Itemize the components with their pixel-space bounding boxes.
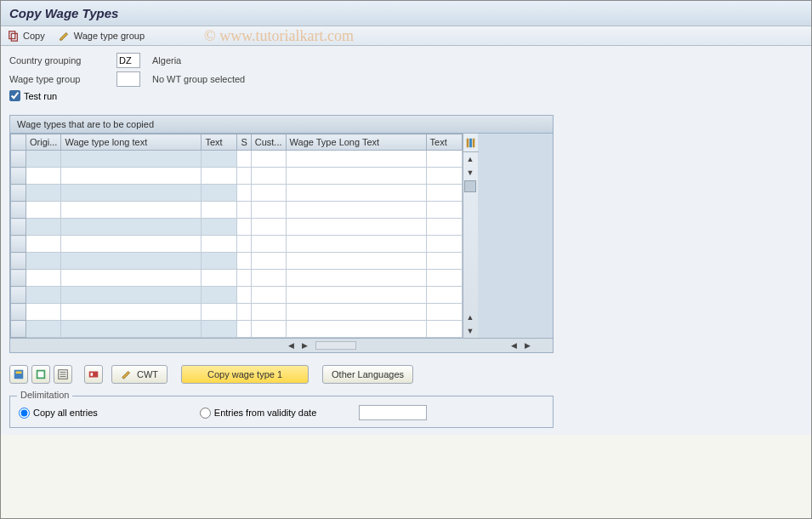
col-cust[interactable]: Cust... [251,134,286,151]
test-run-row: Test run [9,90,803,101]
hscroll-left-1[interactable]: ◀▶ [284,339,315,352]
col-wage-type-long-text[interactable]: Wage type long text [61,134,202,151]
table-row[interactable] [11,168,463,185]
svg-rect-13 [89,372,99,378]
wage-type-group-label-field: Wage type group [9,74,111,84]
svg-rect-3 [469,138,472,147]
content-area: Country grouping Algeria Wage type group… [1,46,811,435]
scroll-track[interactable] [463,193,478,311]
hscroll-track-1[interactable] [315,339,357,352]
pencil-icon [59,30,71,42]
test-run-checkbox[interactable] [9,90,20,101]
entries-from-radio[interactable] [200,408,211,419]
svg-rect-5 [14,370,24,379]
test-run-label: Test run [24,91,57,101]
scroll-thumb[interactable] [464,180,476,192]
action-button-row: CWT Copy wage type 1 Other Languages [9,365,803,384]
scroll-down-button[interactable]: ▼ [463,166,478,180]
copy-label: Copy [23,31,45,41]
cwt-button[interactable]: CWT [111,365,168,384]
copy-all-radio-item[interactable]: Copy all entries [19,408,98,419]
svg-rect-4 [472,138,474,147]
other-languages-button[interactable]: Other Languages [322,365,413,384]
other-languages-label: Other Languages [332,369,404,379]
cwt-label: CWT [137,369,158,379]
table-row[interactable] [11,236,463,253]
copy-all-radio[interactable] [19,408,30,419]
select-all-header[interactable] [11,134,26,151]
delimitation-title: Delimitation [17,390,72,400]
copy-button[interactable]: Copy [8,30,45,42]
svg-rect-8 [38,372,44,378]
table-row[interactable] [11,253,463,270]
wage-type-group-input[interactable] [116,71,140,87]
delimitation-group: Delimitation Copy all entries Entries fr… [9,396,554,428]
icon-button-3[interactable] [54,365,72,384]
copy-wage-type-1-label: Copy wage type 1 [207,369,282,379]
col-wage-type-long-text-2[interactable]: Wage Type Long Text [286,134,426,151]
app-toolbar: Copy Wage type group [1,26,811,46]
table-row[interactable] [11,321,463,338]
icon-button-2[interactable] [31,365,50,384]
wage-type-group-button[interactable]: Wage type group [59,30,145,42]
vertical-scrollbar[interactable]: ▲ ▼ ▲ ▼ [463,134,478,338]
table-row[interactable] [11,287,463,304]
svg-rect-6 [16,372,22,374]
icon-button-4[interactable] [84,365,103,384]
wage-types-table-panel: Wage types that are to be copied Origi..… [9,115,554,353]
wage-type-group-row: Wage type group No WT group selected [9,71,803,87]
copy-all-label: Copy all entries [33,408,98,418]
table-row[interactable] [11,270,463,287]
icon-button-1[interactable] [9,365,28,384]
country-grouping-label: Country grouping [9,55,111,66]
title-bar: Copy Wage Types [1,1,811,26]
wage-type-group-label: Wage type group [74,31,145,41]
svg-rect-1 [11,33,17,41]
col-s[interactable]: S [237,134,251,151]
table-row[interactable] [11,151,463,168]
svg-rect-0 [9,31,15,39]
copy-icon [8,30,20,42]
entries-from-radio-item[interactable]: Entries from validity date [200,408,316,419]
col-origi[interactable]: Origi... [26,134,61,151]
copy-wage-type-1-button[interactable]: Copy wage type 1 [181,365,309,384]
svg-rect-14 [91,373,94,376]
country-grouping-row: Country grouping Algeria [9,53,803,68]
wage-types-table[interactable]: Origi... Wage type long text Text S Cust… [10,134,463,338]
validity-date-input[interactable] [359,405,427,420]
table-row[interactable] [11,304,463,321]
table-row[interactable] [11,185,463,202]
edit-icon [121,368,133,380]
wage-type-group-text: No WT group selected [152,74,245,84]
scroll-down-bottom-button[interactable]: ▼ [463,324,478,338]
country-name-text: Algeria [152,55,181,66]
country-grouping-input[interactable] [116,53,140,68]
svg-rect-2 [466,138,468,147]
horizontal-scrollbar-row: ◀▶ ◀▶ [10,338,553,352]
hscroll-right-1[interactable]: ◀▶ [507,339,537,352]
scroll-up-bottom-button[interactable]: ▲ [463,311,478,324]
col-text-2[interactable]: Text [426,134,462,151]
col-text[interactable]: Text [202,134,237,151]
table-row[interactable] [11,202,463,219]
scroll-up-button[interactable]: ▲ [463,152,478,166]
table-title: Wage types that are to be copied [10,116,553,134]
table-row[interactable] [11,219,463,236]
configure-columns-icon[interactable] [463,134,479,152]
entries-from-label: Entries from validity date [214,408,316,418]
page-title: Copy Wage Types [9,6,118,20]
